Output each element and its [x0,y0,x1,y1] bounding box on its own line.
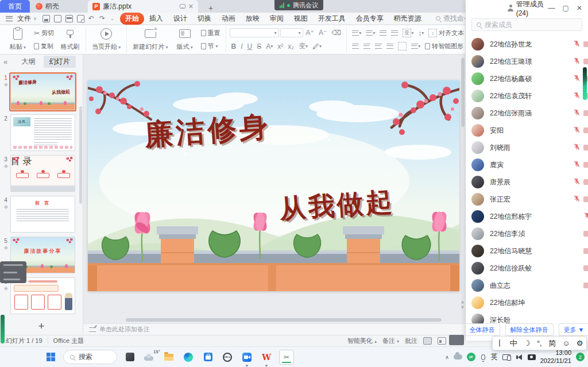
tab-home[interactable]: 首页 [0,0,30,13]
notes-bar[interactable]: 单击此处添加备注 [83,323,465,335]
reset-button[interactable]: 重置 [199,28,222,38]
panel-footer-button[interactable]: 更多 ▼ [559,323,588,336]
italic-button[interactable]: I [239,43,244,51]
camera-off-icon[interactable] [583,248,588,254]
add-slide-button[interactable]: + [0,320,83,333]
member-row[interactable]: 22地信马晓慧 [466,242,588,260]
camera-tray-icon[interactable] [528,354,536,360]
align-right-button[interactable] [373,44,384,49]
subscript-button[interactable]: x₂ [286,43,296,51]
theme-name[interactable]: Office 主题 [53,337,84,345]
thumbnail-scrollbar[interactable] [79,106,82,204]
camera-off-icon[interactable] [583,231,588,237]
new-tab-button[interactable]: + [205,3,216,13]
mic-muted-icon[interactable] [573,74,581,84]
print-icon[interactable] [65,15,73,22]
slide-thumbnail-2[interactable]: 2 清风 [1,114,80,151]
menu-tab-审阅[interactable]: 审阅 [265,13,289,25]
camera-off-icon[interactable] [583,283,588,288]
slide-sorter-view-button[interactable] [438,337,446,345]
canvas-horizontal-scrollbar[interactable] [97,318,456,322]
menu-tab-开始[interactable]: 开始 [120,13,144,25]
member-row[interactable]: 安阳 [466,122,588,139]
maximize-button[interactable]: ▢ [563,4,569,12]
layout-button[interactable]: 版式 ▾ [173,27,197,52]
notes-toggle-button[interactable]: 备注 ▾ [382,337,399,345]
file-explorer-icon[interactable] [162,350,176,364]
font-size-combo[interactable]: ▾ [280,28,303,37]
member-row[interactable]: 22地信郝坤 [466,294,588,311]
mic-muted-icon[interactable] [573,177,581,187]
member-row[interactable]: 刘晓雨 [466,139,588,156]
mic-muted-icon[interactable] [573,125,581,136]
numbering-button[interactable]: ▾ [364,30,377,36]
member-row[interactable]: 22地信王璐璟 [466,53,588,70]
mic-muted-icon[interactable] [573,142,581,153]
slide-thumbnail-3[interactable]: 3 目 录 [1,155,80,192]
menu-tab-设计[interactable]: 设计 [168,13,192,25]
slide-thumbnail-4[interactable]: 4 前 言 [1,196,80,233]
thumbnail-image-2[interactable]: 清风 [10,114,75,151]
menu-tab-动画[interactable]: 动画 [216,13,241,25]
mic-muted-icon[interactable] [573,108,581,118]
thumbnail-image-4[interactable]: 前 言 [10,196,75,233]
clear-format-button[interactable]: ⌫ [330,29,343,37]
menu-tab-会员专享[interactable]: 会员专享 [351,13,389,25]
mic-muted-icon[interactable] [583,211,588,222]
increase-indent-button[interactable] [389,30,400,36]
close-button[interactable]: ✕ [577,4,582,12]
camera-off-icon[interactable] [583,196,588,202]
ime-toolbar[interactable]: 丨中☽°,简☺⚙ [492,336,587,350]
menu-tab-放映[interactable]: 放映 [241,13,265,25]
thumbnail-image-3[interactable]: 目 录 [10,155,75,192]
print-preview-icon[interactable] [77,15,84,22]
mic-muted-icon[interactable] [573,56,581,67]
member-row[interactable]: 22地信杨鑫硕 [466,70,588,87]
text-effects-button[interactable]: 变▾ [297,41,310,51]
paste-button[interactable]: 粘贴 ▾ [6,27,30,52]
member-row[interactable]: 张正宏 [466,191,588,208]
cut-button[interactable]: ✂剪切 [32,28,56,38]
widgets-app-icon[interactable] [123,350,137,364]
member-row[interactable]: 22地信袁茂轩 [466,87,588,105]
comment-bubble-icon[interactable] [180,4,185,9]
text-direction-button[interactable]: 亚▾ [401,29,415,37]
next-slide-chevron[interactable]: ∨ [460,305,465,310]
normal-view-button[interactable] [423,337,432,345]
slide-thumbnail-1[interactable]: 1 廉洁修身 从我做起 [1,74,80,110]
align-text-button[interactable]: ↕对齐文本▾ [427,28,470,38]
superscript-button[interactable]: x² [276,43,285,51]
member-row[interactable]: 唐景辰 [466,173,588,191]
font-color-button[interactable]: A▾ [264,43,274,51]
weather-icon[interactable]: 15° [142,350,156,364]
mic-tray-icon[interactable] [481,354,485,360]
sync-tray-icon[interactable]: ⇄ [467,353,475,361]
shrink-font-button[interactable]: A⁻ [317,29,328,37]
tab-document[interactable]: P 廉洁.pptx ✕ [88,0,198,13]
clock[interactable]: 13:00 2022/11/21 [540,349,571,364]
save-icon[interactable] [42,15,50,22]
file-menu[interactable]: 文件 [16,14,32,24]
ime-language-indicator[interactable]: 英 [491,352,498,362]
start-button[interactable] [44,350,57,364]
beautify-button[interactable]: 智能美化 ▴ [347,337,377,345]
menu-tab-稻壳资源[interactable]: 稻壳资源 [389,13,427,25]
thumbnail-image-1[interactable]: 廉洁修身 从我做起 [10,74,75,110]
comments-button[interactable]: 批注 [405,337,417,345]
member-search-input[interactable]: 搜索成员 [471,18,582,31]
bold-button[interactable]: B [230,43,238,51]
decrease-indent-button[interactable] [378,30,388,36]
volume-tray-icon[interactable] [515,354,522,360]
tab-slides[interactable]: 幻灯片 [44,56,76,68]
new-slide-button[interactable]: 新建幻灯片 ▾ [130,27,170,52]
redo-icon[interactable]: ↷ [99,14,106,22]
export-icon[interactable] [54,15,61,22]
font-name-combo[interactable]: ▾ [230,28,279,37]
screen-capture-app-icon[interactable]: ✂ [279,350,294,365]
ime-item[interactable]: ⚙ [577,339,583,347]
camera-off-icon[interactable] [583,110,588,116]
close-tab-icon[interactable]: ✕ [188,3,194,10]
mic-muted-icon[interactable] [573,194,581,204]
member-row[interactable]: 22地信李浈 [466,225,588,242]
member-row[interactable]: 22地信邢栋宇 [466,208,588,225]
